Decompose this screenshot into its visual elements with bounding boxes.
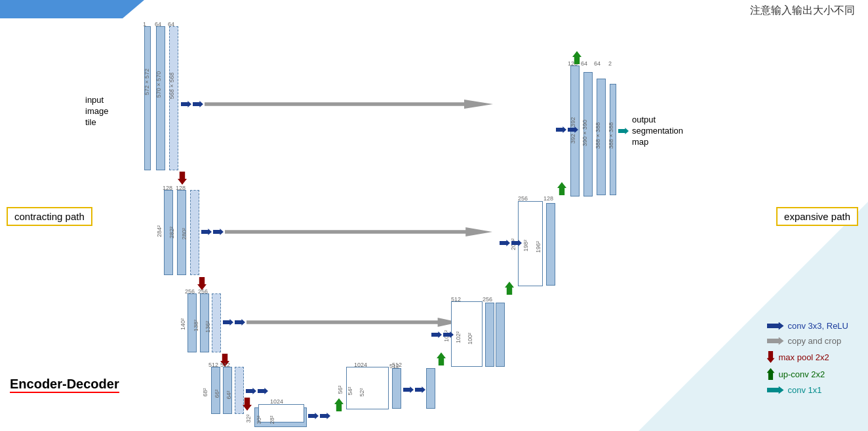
- dim-390x390: 390 × 390: [582, 120, 588, 146]
- legend-copy-crop: copy and crop: [767, 336, 849, 346]
- dim-512-exp3w: 512: [451, 296, 461, 303]
- dim-256-exp2w: 256: [518, 195, 528, 202]
- dim-388x388a: 388 × 388: [595, 122, 601, 149]
- bar-bottom-1024b: [258, 404, 304, 422]
- conv-arrow-bot-1: [308, 413, 319, 419]
- dim-128b2: 128: [176, 185, 186, 191]
- dim-572x572: 572 × 572: [144, 69, 150, 95]
- dim-64a-out: 64: [581, 60, 587, 67]
- dim-32sq: 32²: [245, 414, 252, 422]
- dim-56sq: 56²: [337, 385, 344, 394]
- dim-256a3: 256: [185, 288, 195, 295]
- bar-r2-128c: [190, 190, 199, 275]
- encoder-decoder-label: Encoder-Decoder: [10, 377, 119, 392]
- dim-66: 66²: [214, 389, 220, 398]
- legend-upconv: up-conv 2x2: [767, 368, 849, 380]
- expansive-path-label: expansive path: [784, 211, 850, 222]
- conv-arrow-exp2-1: [500, 240, 510, 246]
- dim-52sq: 52²: [359, 388, 365, 396]
- conv-arrow-exp4-1: [403, 386, 414, 393]
- pool-arrow-4: [243, 398, 252, 411]
- exp-bar-512b: [426, 368, 435, 409]
- dim-28sq: 28²: [269, 415, 275, 424]
- dim-100sq: 100²: [467, 333, 473, 345]
- dim-1: 1: [143, 21, 146, 28]
- dim-102sq2: 102²: [455, 331, 462, 343]
- dim-138: 138²: [193, 320, 199, 331]
- exp-bar-128a: [546, 203, 555, 286]
- top-note: 注意输入输出大小不同: [750, 4, 855, 18]
- dim-64b-out: 64: [594, 60, 601, 67]
- upconv-arrow-2: [437, 352, 446, 365]
- dim-282: 282²: [168, 227, 175, 238]
- dim-512b4: 512: [220, 362, 230, 368]
- triangle-bg: [639, 202, 868, 431]
- conv-arrow-r2-1: [201, 229, 212, 235]
- contracting-path-box: contracting path: [7, 207, 92, 226]
- legend-upconv-label: up-conv 2x2: [779, 369, 825, 379]
- gray-arrow-icon: [767, 337, 784, 345]
- dim-128a2: 128: [163, 185, 172, 191]
- dim-140: 140²: [180, 318, 186, 330]
- dim-1024-exp: 1024: [354, 362, 367, 368]
- dim-256b3: 256: [198, 288, 208, 295]
- bar-r3-256c: [212, 293, 221, 352]
- input-bar-64a: [156, 26, 165, 170]
- conv-arrow-r2-2: [213, 229, 224, 235]
- encoder-decoder-text: Encoder-Decoder: [10, 377, 119, 393]
- blue-arrow-icon: [767, 322, 784, 330]
- conv-arrow-r1-2: [193, 101, 203, 107]
- legend-conv3x3-label: conv 3x3, ReLU: [788, 321, 849, 331]
- expansive-path-box: expansive path: [776, 207, 858, 226]
- legend-maxpool: max pool 2x2: [767, 351, 849, 363]
- conv-arrow-r3-2: [235, 319, 245, 326]
- exp-bar-512a: [392, 368, 401, 409]
- dim-196sq: 196²: [535, 241, 542, 253]
- copy-arrow-3: [247, 318, 459, 327]
- dim-136: 136²: [205, 321, 211, 333]
- copy-arrow-2: [225, 227, 492, 236]
- dim-284: 284²: [156, 225, 163, 237]
- dim-1024-bot: 1024: [270, 398, 283, 405]
- dim-30sq: 30²: [256, 415, 262, 424]
- upconv-arrow-4: [557, 182, 566, 195]
- dim-256-exp3: 256: [483, 296, 492, 303]
- dim-64a: 64: [155, 21, 161, 28]
- conv-arrow-r4-2: [258, 388, 268, 394]
- dim-280: 280²: [181, 228, 187, 240]
- contracting-path-label: contracting path: [14, 211, 85, 222]
- exp-bar-256a: [485, 303, 494, 367]
- conv-arrow-out-1: [556, 126, 566, 133]
- output-label: outputsegmentationmap: [632, 115, 683, 148]
- legend: conv 3x3, ReLU copy and crop max pool 2x…: [767, 321, 849, 395]
- conv-arrow-exp4-2: [415, 386, 425, 393]
- bar-r4-512c: [235, 367, 244, 414]
- top-bar: [0, 0, 144, 18]
- legend-copy-crop-label: copy and crop: [788, 336, 842, 346]
- dim-64sq: 64²: [226, 390, 232, 399]
- legend-conv1x1: conv 1x1: [767, 385, 849, 395]
- dim-512a4: 512: [208, 362, 218, 368]
- teal-arrow-icon: [767, 386, 784, 394]
- input-bar-1: [144, 26, 151, 170]
- conv-arrow-r3-1: [223, 319, 233, 326]
- red-arrow-icon: [767, 351, 775, 363]
- copy-arrow-1: [205, 100, 493, 109]
- dim-64b: 64: [168, 21, 174, 28]
- dim-512-exp3a: 512: [392, 362, 402, 368]
- dim-568x568: 568 × 568: [168, 73, 175, 99]
- conv-arrow-exp3-1: [431, 331, 442, 338]
- dim-570x570: 570 × 570: [155, 71, 162, 98]
- dim-2-out: 2: [608, 60, 612, 67]
- pool-arrow-1: [178, 172, 187, 185]
- dim-54sq: 54²: [347, 386, 353, 395]
- conv1x1-arrow: [618, 128, 629, 134]
- conv-arrow-r1-1: [181, 101, 191, 107]
- dim-388x388b: 388 × 388: [608, 122, 614, 149]
- dim-128-exp2: 128: [543, 195, 553, 202]
- dim-68: 68²: [202, 388, 208, 396]
- green-arrow-icon: [767, 368, 775, 380]
- dim-198sq: 198²: [523, 240, 529, 252]
- legend-conv3x3: conv 3x3, ReLU: [767, 321, 849, 331]
- exp-bar-256b: [496, 303, 505, 367]
